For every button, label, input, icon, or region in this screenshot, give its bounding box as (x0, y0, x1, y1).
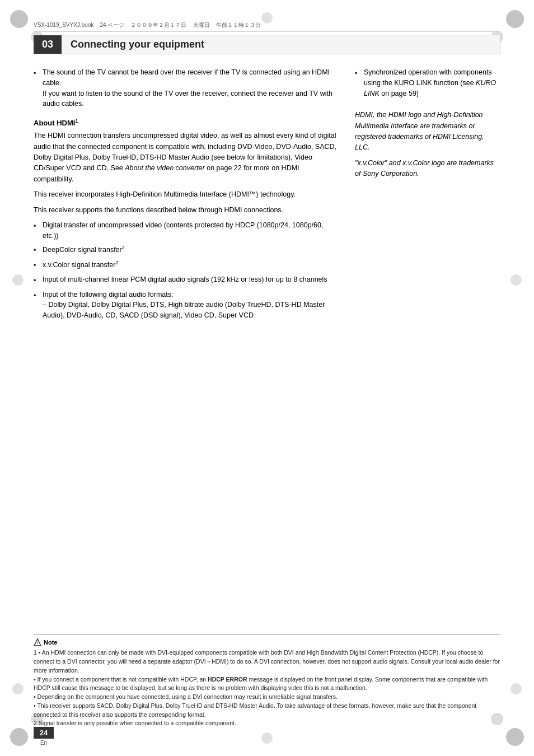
feature-text-2: DeepColor signal transfer2 (43, 244, 125, 256)
sync-text: Synchronized operation with components u… (364, 67, 500, 99)
hdmi-trademark-text: HDMI, the HDMI logo and High-Definition … (355, 110, 500, 153)
feature-text-1: Digital transfer of uncompressed video (… (43, 220, 338, 241)
note-icon: ! (34, 638, 41, 646)
side-decoration-right (510, 274, 522, 286)
two-column-layout: • The sound of the TV cannot be heard ov… (34, 67, 500, 324)
corner-decoration-bl (10, 728, 28, 746)
corner-decoration-tl (10, 10, 28, 28)
main-content: • The sound of the TV cannot be heard ov… (34, 67, 500, 700)
chapter-number: 03 (34, 35, 62, 54)
corner-decoration-br (506, 728, 524, 746)
page-footer: 24 En (34, 727, 54, 746)
sync-bullet: • Synchronized operation with components… (355, 67, 500, 99)
meta-bar: VSX-1019_SVYXJ.book 24 ページ ２００９年２月１７日 火曜… (34, 21, 500, 32)
feature-bullet-4: • Input of multi-channel linear PCM digi… (34, 274, 338, 286)
bullet-dot: • (34, 291, 39, 321)
hdmi-para-2: This receiver incorporates High-Definiti… (34, 189, 338, 200)
about-hdmi-heading: About HDMI1 (34, 118, 338, 127)
meta-day-jp: 火曜日 (193, 22, 210, 28)
xv-color-trademark-text: "x.v.Color" and x.v.Color logo are trade… (355, 158, 500, 180)
bullet-dot: • (34, 276, 39, 286)
left-column: • The sound of the TV cannot be heard ov… (34, 67, 338, 324)
bullet-dot: • (34, 245, 39, 256)
bottom-center-decoration (261, 732, 273, 744)
meta-page-jp: 24 ページ (100, 22, 124, 28)
page-number: 24 (34, 727, 54, 739)
tv-sound-text: The sound of the TV cannot be heard over… (43, 67, 338, 109)
side-decoration-bottom-left (12, 683, 24, 694)
feature-text-3: x.v.Color signal transfer2 (43, 259, 118, 271)
tv-sound-bullet: • The sound of the TV cannot be heard ov… (34, 67, 338, 109)
meta-date-jp: ２００９年２月１７日 (130, 22, 186, 28)
note-section: ! Note 1 • An HDMI connection can only b… (34, 634, 500, 728)
bullet-dot: • (355, 68, 360, 99)
chapter-header: 03 Connecting your equipment (34, 35, 500, 54)
hdmi-sup: 1 (75, 118, 78, 124)
feature-text-4: Input of multi-channel linear PCM digita… (43, 274, 327, 286)
hdmi-para-3: This receiver supports the functions des… (34, 205, 338, 216)
feature-bullet-1: • Digital transfer of uncompressed video… (34, 220, 338, 241)
corner-decoration-tr (506, 10, 524, 28)
meta-time-jp: 午前１１時１３分 (216, 22, 261, 28)
bullet-dot: • (34, 260, 39, 271)
side-decoration-bottom-right (510, 683, 522, 694)
note-item-1: 1 • An HDMI connection can only be made … (34, 648, 500, 675)
side-decoration-left (12, 274, 24, 286)
feature-bullet-2: • DeepColor signal transfer2 (34, 244, 338, 256)
note-item-5: 2 Signal transfer is only possible when … (34, 719, 500, 728)
feature-text-5: Input of the following digital audio for… (43, 290, 338, 321)
svg-text:!: ! (37, 641, 38, 645)
meta-filename: VSX-1019_SVYXJ.book (34, 22, 93, 28)
right-column: • Synchronized operation with components… (355, 67, 500, 324)
note-item-3: • Depending on the component you have co… (34, 693, 500, 702)
page-lang: En (40, 740, 47, 746)
feature-bullet-3: • x.v.Color signal transfer2 (34, 259, 338, 271)
bullet-dot: • (34, 68, 39, 109)
note-item-4: • This receiver supports SACD, Dolby Dig… (34, 702, 500, 720)
hdmi-para-1: The HDMI connection transfers uncompress… (34, 130, 338, 185)
feature-bullet-5: • Input of the following digital audio f… (34, 290, 338, 321)
note-item-2: • If you connect a component that is not… (34, 675, 500, 693)
note-label: Note (44, 639, 57, 646)
bullet-dot: • (34, 221, 39, 241)
page: VSX-1019_SVYXJ.book 24 ページ ２００９年２月１７日 火曜… (0, 0, 534, 756)
chapter-title: Connecting your equipment (62, 35, 500, 54)
note-header: ! Note (34, 638, 500, 646)
